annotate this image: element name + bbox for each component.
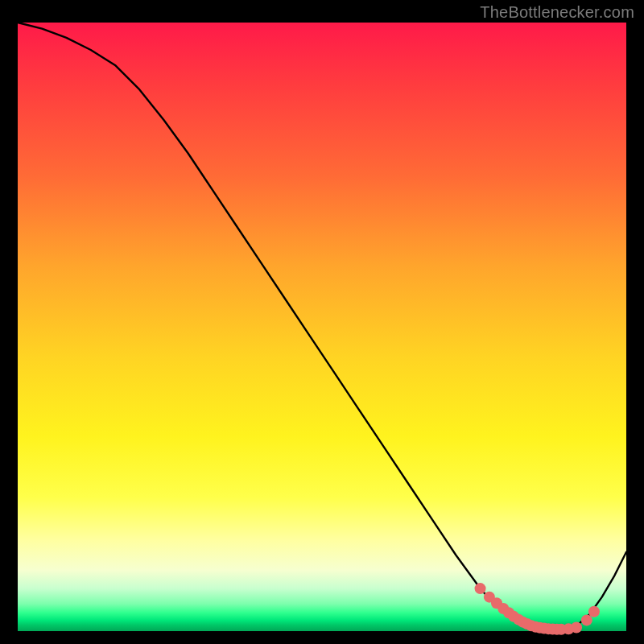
curve-layer	[18, 23, 626, 631]
curve-marker	[475, 583, 486, 594]
plot-area	[18, 23, 626, 631]
curve-markers	[475, 583, 600, 635]
curve-marker	[571, 621, 582, 633]
attribution-text: TheBottlenecker.com	[480, 3, 634, 22]
chart-container: TheBottlenecker.com	[0, 0, 644, 644]
curve-marker	[588, 606, 600, 617]
bottleneck-curve	[18, 23, 626, 630]
curve-marker	[581, 614, 592, 625]
